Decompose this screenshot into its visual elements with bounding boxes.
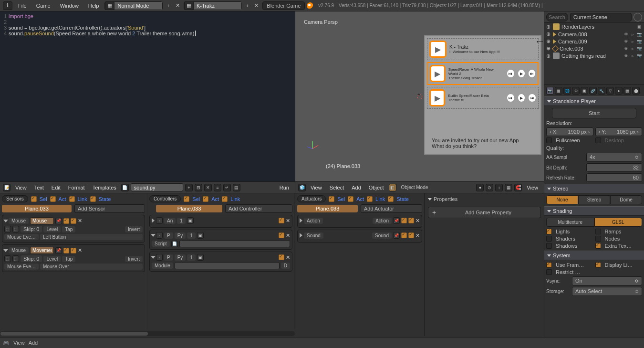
- pin-icon[interactable]: 📌: [55, 218, 62, 224]
- actu-name-2[interactable]: Sound: [372, 232, 392, 239]
- logic-menu-add[interactable]: Add: [29, 340, 38, 346]
- pin-icon[interactable]: 📌: [393, 217, 400, 224]
- shading-mode-select[interactable]: Multitexture GLSL: [546, 218, 642, 227]
- tab-constraint[interactable]: 🔗: [589, 87, 597, 95]
- add-actuator-button[interactable]: Add Actuator: [361, 204, 422, 213]
- logic-editor-type-icon[interactable]: 🎮: [3, 340, 10, 346]
- search-icon[interactable]: [634, 13, 642, 21]
- expand-icon[interactable]: [152, 218, 155, 223]
- add-game-property-button[interactable]: + Add Game Property: [428, 207, 541, 218]
- shaders-check[interactable]: [546, 236, 552, 242]
- invert-btn[interactable]: Invert: [125, 226, 143, 232]
- actu-active-1b[interactable]: [408, 218, 414, 223]
- controllers-header[interactable]: Controllers: [149, 195, 181, 202]
- ctrl-state-1[interactable]: 1: [177, 218, 186, 224]
- sensor-name-1[interactable]: [30, 217, 54, 224]
- tap-btn[interactable]: Tap: [62, 226, 75, 232]
- nodes-check[interactable]: [595, 236, 601, 242]
- text-menu-templates[interactable]: Templates: [90, 183, 119, 192]
- tab-texture[interactable]: ▩: [623, 87, 631, 95]
- vsync-select[interactable]: On≎: [572, 276, 642, 285]
- actu-name-1[interactable]: Action: [373, 218, 392, 224]
- tab-world[interactable]: ⚙: [572, 87, 580, 95]
- stereo-stereo[interactable]: Stereo: [578, 195, 610, 204]
- tab-scene[interactable]: 🌐: [563, 87, 571, 95]
- actu-type-2[interactable]: Sound: [304, 232, 323, 239]
- pulse-true-icon[interactable]: ⬚: [4, 255, 11, 262]
- text-menu-edit[interactable]: Edit: [49, 183, 63, 192]
- expand-icon[interactable]: [151, 234, 156, 237]
- logic-scrollbar[interactable]: [0, 331, 295, 336]
- outliner-item[interactable]: ⊕Camera.009👁▹📷: [544, 38, 644, 45]
- sensor-delete-1[interactable]: ✕: [78, 218, 82, 224]
- invert-btn[interactable]: Invert: [125, 256, 143, 262]
- level-btn[interactable]: Level: [43, 226, 61, 232]
- text-menu-format[interactable]: Format: [65, 183, 88, 192]
- ctrl-type-2[interactable]: P: [164, 232, 173, 239]
- tab-data[interactable]: ▽: [606, 87, 614, 95]
- 3d-viewport[interactable]: Camera Persp ←⟲ ▶ K - Trakz !! Welcome t…: [295, 11, 544, 181]
- ctrl-act-check[interactable]: [203, 196, 208, 202]
- script-browse-icon[interactable]: 📄: [171, 241, 178, 247]
- actu-delete-2[interactable]: ✕: [415, 232, 420, 239]
- lights-check[interactable]: [546, 229, 552, 234]
- snap-icon[interactable]: 🧲: [514, 184, 522, 191]
- ctrl-conn-in-2[interactable]: ◦: [156, 232, 163, 239]
- text-unlink-icon[interactable]: ⊟: [195, 184, 202, 191]
- mouse-event-sel-2[interactable]: Mouse Over: [40, 264, 143, 270]
- text-filename[interactable]: [131, 183, 183, 191]
- bitdepth-field[interactable]: 32: [586, 163, 642, 172]
- stereo-header[interactable]: Stereo: [544, 184, 644, 193]
- mark-icon[interactable]: ▣: [197, 232, 204, 239]
- sensor-brick-1[interactable]: Mouse 📌 ✕ ⬚ ⬚ Skip: 0 Level Ta: [2, 215, 145, 243]
- actu-active-1[interactable]: [401, 218, 407, 223]
- standalone-header[interactable]: Standalone Player: [544, 96, 644, 106]
- actu-object[interactable]: Plane.033: [297, 205, 358, 212]
- ctrl-state-3[interactable]: 1: [187, 254, 196, 261]
- controller-brick-3[interactable]: ◦ P Py 1 ▣ ✕ Module D: [149, 252, 292, 272]
- word-wrap-icon[interactable]: ↵: [223, 184, 231, 191]
- scene-browse-icon[interactable]: ▦: [184, 1, 194, 10]
- mark-icon[interactable]: ▣: [197, 254, 204, 261]
- scene-select[interactable]: Current Scene: [570, 13, 632, 21]
- actu-act-check[interactable]: [348, 196, 353, 202]
- sensors-sel-check[interactable]: [31, 196, 37, 202]
- view3d-menu-add[interactable]: Add: [349, 183, 364, 192]
- add-controller-button[interactable]: Add Controller: [225, 204, 292, 213]
- expand-icon[interactable]: [300, 233, 302, 238]
- pin-icon[interactable]: 📌: [393, 232, 400, 239]
- actu-sel-check[interactable]: [329, 196, 334, 202]
- tab-render[interactable]: 📷: [546, 87, 554, 95]
- tab-material[interactable]: ●: [615, 87, 623, 95]
- level-btn[interactable]: Level: [43, 256, 61, 262]
- restrict-check[interactable]: [546, 269, 552, 275]
- actu-active-2[interactable]: [401, 232, 407, 238]
- sensor-active-1b[interactable]: [71, 218, 76, 224]
- sensor-name-2[interactable]: [30, 247, 54, 254]
- storage-select[interactable]: Auto Select≎: [572, 287, 642, 296]
- sensor-brick-2[interactable]: Mouse 📌 ✕ ⬚ ⬚ Skip: 0 Level Ta: [2, 244, 145, 272]
- outliner-item[interactable]: ⊕Circle.003👁▹📷: [544, 45, 644, 52]
- ctrl-active-2[interactable]: [279, 232, 284, 238]
- search-input[interactable]: [546, 13, 568, 21]
- layout-tab-2[interactable]: ▦: [184, 1, 242, 10]
- display-list-check[interactable]: [595, 262, 601, 268]
- extra-tex-check[interactable]: [595, 243, 601, 249]
- text-menu-view[interactable]: View: [12, 183, 30, 192]
- sensor-active-2b[interactable]: [71, 248, 76, 253]
- add-sensor-button[interactable]: Add Sensor: [74, 204, 145, 213]
- actu-state-check[interactable]: [388, 196, 394, 202]
- layout-add-2[interactable]: +: [244, 2, 250, 10]
- actu-delete-1[interactable]: ✕: [415, 218, 420, 224]
- pulse-false-icon[interactable]: ⬚: [12, 255, 19, 262]
- module-d-button[interactable]: D: [281, 263, 290, 269]
- shading-solid-icon[interactable]: ●: [476, 184, 484, 191]
- sensor-object[interactable]: Plane.033: [2, 205, 72, 212]
- layout-browse-icon[interactable]: ▦: [105, 1, 114, 10]
- sensors-header[interactable]: Sensors: [2, 195, 28, 202]
- controller-brick-1[interactable]: ◦ An 1 ▣ ✕: [149, 215, 292, 228]
- text-close-icon[interactable]: ✕: [204, 184, 212, 191]
- menu-window[interactable]: Window: [56, 1, 83, 10]
- mode-icon[interactable]: ◧: [389, 184, 396, 191]
- line-numbers-icon[interactable]: ≡: [214, 184, 221, 191]
